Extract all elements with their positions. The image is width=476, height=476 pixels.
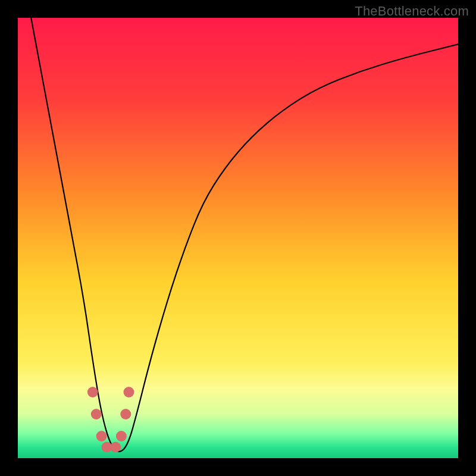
- highlight-dot: [123, 387, 134, 397]
- highlight-dot: [91, 409, 102, 419]
- highlight-dot: [87, 387, 98, 397]
- highlight-dot: [96, 431, 107, 441]
- watermark-text: TheBottleneck.com: [355, 4, 469, 19]
- chart-svg: [18, 18, 458, 458]
- highlight-dot: [116, 431, 127, 441]
- chart-frame: TheBottleneck.com: [0, 0, 476, 476]
- gradient-background: [18, 18, 458, 458]
- highlight-dot: [120, 409, 131, 419]
- highlight-dot: [110, 442, 121, 453]
- plot-area: [18, 18, 458, 458]
